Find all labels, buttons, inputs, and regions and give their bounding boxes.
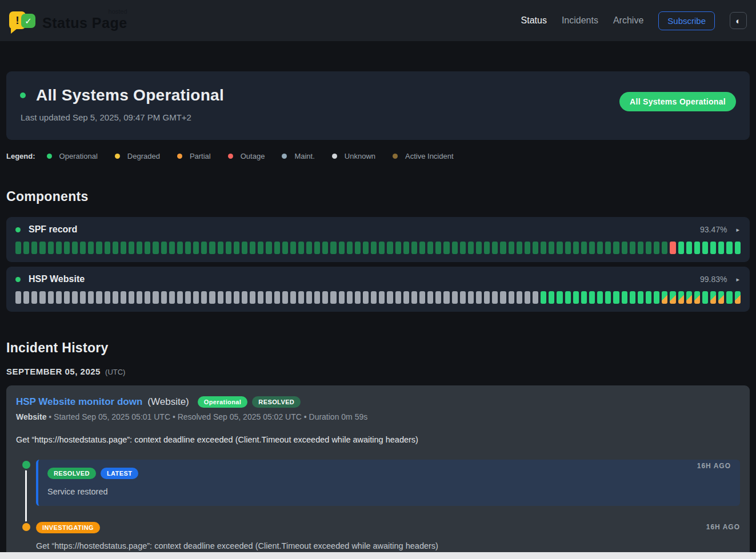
uptime-bar-dim[interactable] — [427, 242, 433, 254]
uptime-bar-nodata[interactable] — [193, 291, 199, 304]
uptime-bar-nodata[interactable] — [15, 291, 21, 304]
uptime-bar-dim[interactable] — [23, 242, 29, 254]
nav-item-incidents[interactable]: Incidents — [562, 15, 598, 26]
brand-home-link[interactable]: ! ✓ hosted Status Page — [9, 8, 127, 33]
uptime-bar-up[interactable] — [589, 291, 595, 304]
uptime-bar-nodata[interactable] — [72, 291, 78, 304]
uptime-bar-dim[interactable] — [500, 242, 506, 254]
uptime-bar-nodata[interactable] — [500, 291, 506, 304]
uptime-bar-nodata[interactable] — [64, 291, 70, 304]
uptime-bar-up[interactable] — [638, 291, 643, 304]
uptime-bar-dim[interactable] — [581, 242, 587, 254]
uptime-bar-nodata[interactable] — [306, 291, 312, 304]
uptime-bar-nodata[interactable] — [234, 291, 239, 304]
uptime-bar-nodata[interactable] — [56, 291, 62, 304]
uptime-bar-up[interactable] — [735, 242, 741, 254]
uptime-bar-dim[interactable] — [613, 242, 619, 254]
uptime-bar-up[interactable] — [710, 242, 716, 254]
uptime-bar-nodata[interactable] — [31, 291, 37, 304]
uptime-bar-nodata[interactable] — [476, 291, 482, 304]
uptime-bar-nodata[interactable] — [129, 291, 134, 304]
uptime-bar-dim[interactable] — [379, 242, 385, 254]
uptime-bar-mixed[interactable] — [718, 291, 724, 304]
uptime-bar-dim[interactable] — [250, 242, 255, 254]
uptime-bar-nodata[interactable] — [209, 291, 215, 304]
uptime-bar-dim[interactable] — [476, 242, 482, 254]
uptime-bar-nodata[interactable] — [298, 291, 304, 304]
uptime-bar-dim[interactable] — [121, 242, 126, 254]
uptime-bar-nodata[interactable] — [153, 291, 158, 304]
uptime-bar-nodata[interactable] — [435, 291, 441, 304]
uptime-bar-dim[interactable] — [622, 242, 627, 254]
uptime-bar-nodata[interactable] — [452, 291, 458, 304]
uptime-bar-nodata[interactable] — [218, 291, 223, 304]
uptime-bar-nodata[interactable] — [468, 291, 474, 304]
uptime-bar-nodata[interactable] — [347, 291, 353, 304]
uptime-bar-dim[interactable] — [525, 242, 530, 254]
uptime-bar-dim[interactable] — [31, 242, 37, 254]
uptime-bar-up[interactable] — [541, 291, 546, 304]
uptime-bar-dim[interactable] — [541, 242, 546, 254]
uptime-bar-nodata[interactable] — [443, 291, 449, 304]
uptime-bar-dim[interactable] — [630, 242, 635, 254]
uptime-bar-dim[interactable] — [605, 242, 611, 254]
uptime-bar-dim[interactable] — [64, 242, 70, 254]
nav-item-archive[interactable]: Archive — [613, 15, 643, 26]
uptime-bar-dim[interactable] — [395, 242, 401, 254]
expand-component-button[interactable]: ▸ — [735, 225, 741, 235]
uptime-bar-dim[interactable] — [363, 242, 369, 254]
uptime-bar-nodata[interactable] — [39, 291, 45, 304]
uptime-bar-nodata[interactable] — [242, 291, 247, 304]
uptime-bar-mixed[interactable] — [670, 291, 675, 304]
uptime-bar-up[interactable] — [678, 242, 684, 254]
uptime-bar-nodata[interactable] — [226, 291, 231, 304]
uptime-bar-nodata[interactable] — [427, 291, 433, 304]
uptime-bar-dim[interactable] — [15, 242, 21, 254]
uptime-bar-nodata[interactable] — [509, 291, 514, 304]
uptime-bar-nodata[interactable] — [23, 291, 29, 304]
uptime-bar-dim[interactable] — [565, 242, 571, 254]
uptime-bar-nodata[interactable] — [80, 291, 86, 304]
uptime-bar-up[interactable] — [630, 291, 635, 304]
uptime-bar-dim[interactable] — [557, 242, 562, 254]
uptime-bar-dim[interactable] — [403, 242, 409, 254]
uptime-bar-dim[interactable] — [452, 242, 458, 254]
uptime-bar-dim[interactable] — [282, 242, 288, 254]
uptime-bar-nodata[interactable] — [48, 291, 54, 304]
uptime-bar-mixed[interactable] — [686, 291, 692, 304]
uptime-bar-dim[interactable] — [411, 242, 417, 254]
uptime-bar-up[interactable] — [646, 291, 651, 304]
uptime-bar-dim[interactable] — [96, 242, 102, 254]
uptime-bar-dim[interactable] — [654, 242, 659, 254]
uptime-bar-nodata[interactable] — [339, 291, 345, 304]
uptime-bar-nodata[interactable] — [201, 291, 207, 304]
uptime-bar-down[interactable] — [670, 242, 675, 254]
uptime-bar-dim[interactable] — [39, 242, 45, 254]
uptime-bar-up[interactable] — [557, 291, 562, 304]
uptime-bar-nodata[interactable] — [250, 291, 255, 304]
uptime-bar-dim[interactable] — [322, 242, 328, 254]
uptime-bar-dim[interactable] — [258, 242, 263, 254]
uptime-bar-nodata[interactable] — [137, 291, 142, 304]
uptime-bar-dim[interactable] — [589, 242, 595, 254]
uptime-bar-dim[interactable] — [387, 242, 393, 254]
uptime-bar-dim[interactable] — [80, 242, 86, 254]
uptime-bar-nodata[interactable] — [145, 291, 150, 304]
uptime-bar-up[interactable] — [686, 242, 692, 254]
uptime-bar-nodata[interactable] — [371, 291, 377, 304]
uptime-bar-dim[interactable] — [638, 242, 643, 254]
uptime-bar-dim[interactable] — [72, 242, 78, 254]
uptime-bar-dim[interactable] — [201, 242, 207, 254]
uptime-bar-nodata[interactable] — [258, 291, 263, 304]
subscribe-button[interactable]: Subscribe — [658, 11, 715, 30]
uptime-bar-up[interactable] — [694, 242, 700, 254]
uptime-bar-nodata[interactable] — [363, 291, 369, 304]
uptime-bar-up[interactable] — [581, 291, 587, 304]
uptime-bar-dim[interactable] — [209, 242, 215, 254]
uptime-bar-up[interactable] — [702, 291, 708, 304]
uptime-bar-dim[interactable] — [105, 242, 110, 254]
uptime-bar-dim[interactable] — [460, 242, 466, 254]
uptime-bar-nodata[interactable] — [266, 291, 271, 304]
uptime-bar-dim[interactable] — [129, 242, 134, 254]
uptime-bar-mixed[interactable] — [678, 291, 684, 304]
